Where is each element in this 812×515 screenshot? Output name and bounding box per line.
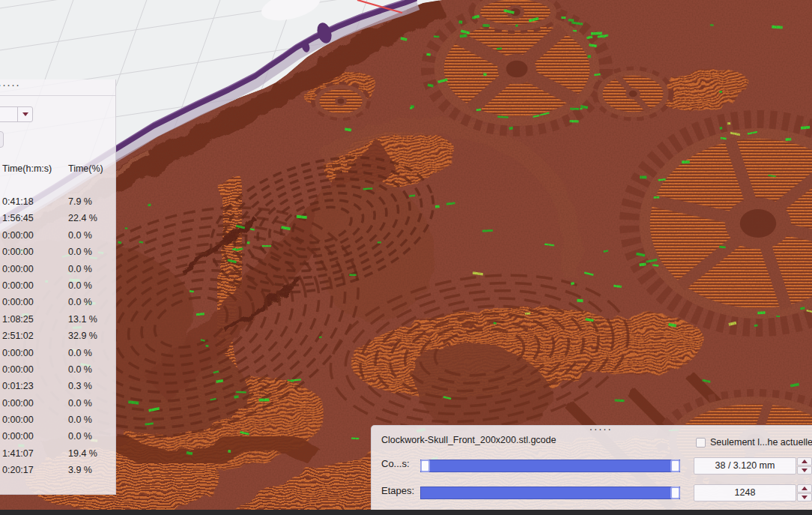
layers-label: Co...s: (381, 458, 410, 469)
percent-cell: 0.0 % (68, 415, 92, 425)
only-current-layer-label: Seulement l...he actuelle (710, 437, 812, 448)
only-current-layer-checkbox[interactable] (696, 438, 706, 448)
steps-spinner-value[interactable]: 1248 (694, 484, 796, 502)
time-column-header: Time(h:m:s) (2, 163, 52, 174)
time-cell: 0:00:00 (2, 431, 34, 442)
layers-range-slider[interactable] (420, 460, 680, 472)
statistics-panel: ····· Time(h:m:s) Time(%) 0:41:18 7.9 % … (0, 79, 116, 495)
stat-row: 0:00:00 0.0 % (0, 277, 115, 294)
time-cell: 0:00:00 (2, 398, 34, 409)
stat-row: 0:00:00 0.0 % (0, 428, 115, 445)
combobox-value (0, 107, 17, 121)
drag-handle-dots[interactable]: ····· (0, 78, 20, 91)
time-cell: 1:56:45 (2, 213, 34, 223)
time-cell: 0:00:00 (2, 264, 34, 274)
stat-row: 0:00:00 0.0 % (0, 361, 115, 378)
spin-down-button[interactable] (797, 466, 812, 475)
steps-slider[interactable] (420, 487, 680, 499)
stat-row: 0:41:18 7.9 % (0, 193, 115, 210)
percent-cell: 0.0 % (68, 264, 92, 274)
time-cell: 0:00:00 (2, 230, 34, 241)
time-cell: 0:00:00 (2, 247, 34, 257)
percent-cell: 0.0 % (68, 230, 92, 241)
arrow-up-icon (802, 460, 808, 463)
time-cell: 0:00:00 (2, 348, 34, 358)
drag-handle-dots[interactable]: ····· (578, 423, 623, 435)
panel-divider (0, 95, 115, 96)
stat-row: 0:00:00 0.0 % (0, 412, 115, 428)
stat-row: 1:56:45 22.4 % (0, 210, 115, 226)
spin-up-button[interactable] (797, 457, 812, 466)
time-cell: 0:00:00 (2, 297, 34, 307)
percent-cell: 0.0 % (68, 431, 92, 442)
chevron-down-icon (22, 112, 28, 116)
stat-row: 0:00:00 0.0 % (0, 345, 115, 361)
percent-cell: 22.4 % (68, 213, 97, 223)
bottom-window-edge (0, 510, 812, 515)
time-cell: 1:08:25 (2, 314, 34, 325)
percent-cell: 0.0 % (68, 247, 92, 257)
percent-cell: 0.0 % (68, 348, 92, 358)
time-cell: 0:00:00 (2, 280, 34, 291)
arrow-up-icon (802, 487, 808, 490)
stat-row: 1:08:25 13.1 % (0, 311, 115, 328)
slider-fill (420, 487, 680, 499)
stat-row: 2:51:02 32.9 % (0, 328, 115, 344)
stat-row: 1:41:07 19.4 % (0, 445, 115, 462)
percent-cell: 0.0 % (68, 280, 92, 291)
layer-spinner: 38 / 3.120 mm (694, 457, 812, 475)
time-cell: 0:00:00 (2, 415, 34, 425)
percent-cell: 0.0 % (68, 398, 92, 409)
stat-row: 0:00:00 0.0 % (0, 244, 115, 260)
time-cell: 0:20:17 (2, 465, 34, 475)
stat-row: 0:20:17 3.9 % (0, 462, 115, 478)
slider-handle-start[interactable] (420, 460, 430, 472)
percent-cell: 13.1 % (68, 314, 97, 325)
layer-spinner-value[interactable]: 38 / 3.120 mm (694, 457, 796, 475)
arrow-down-icon (802, 496, 808, 499)
stat-row: 0:00:00 0.0 % (0, 395, 115, 412)
percent-cell: 32.9 % (68, 331, 97, 341)
spin-down-button[interactable] (797, 493, 812, 502)
time-cell: 0:00:00 (2, 364, 34, 375)
steps-label: Etapes: (381, 485, 414, 496)
slider-handle-end[interactable] (670, 460, 680, 472)
steps-spinner: 1248 (694, 484, 812, 502)
percent-cell: 0.0 % (68, 364, 92, 375)
gcode-filename: Clockwork-Skull_Front_200x200.stl.gcode (381, 435, 556, 445)
slider-handle-end[interactable] (670, 487, 680, 499)
percent-cell: 19.4 % (68, 448, 97, 459)
arrow-down-icon (802, 469, 808, 472)
percent-cell: 3.9 % (68, 465, 92, 475)
time-cell: 2:51:02 (2, 331, 34, 341)
layer-control-panel: ····· Clockwork-Skull_Front_200x200.stl.… (371, 425, 812, 511)
spin-up-button[interactable] (797, 484, 812, 493)
percent-column-header: Time(%) (68, 163, 103, 174)
partial-button[interactable] (0, 131, 4, 148)
percent-cell: 0.3 % (68, 381, 92, 391)
stat-row: 0:00:00 0.0 % (0, 261, 115, 277)
stat-row: 0:01:23 0.3 % (0, 378, 115, 394)
combobox-open-button[interactable] (17, 107, 32, 121)
time-cell: 0:01:23 (2, 381, 34, 391)
time-cell: 0:41:18 (2, 196, 34, 207)
stats-table-body: 0:41:18 7.9 % 1:56:45 22.4 % 0:00:00 0.0… (0, 193, 115, 479)
time-cell: 1:41:07 (2, 448, 34, 459)
filament-combobox[interactable] (0, 106, 33, 122)
percent-cell: 0.0 % (68, 297, 92, 307)
stat-row: 0:00:00 0.0 % (0, 227, 115, 244)
slider-fill (420, 460, 680, 472)
stat-row: 0:00:00 0.0 % (0, 294, 115, 310)
percent-cell: 7.9 % (68, 196, 92, 207)
